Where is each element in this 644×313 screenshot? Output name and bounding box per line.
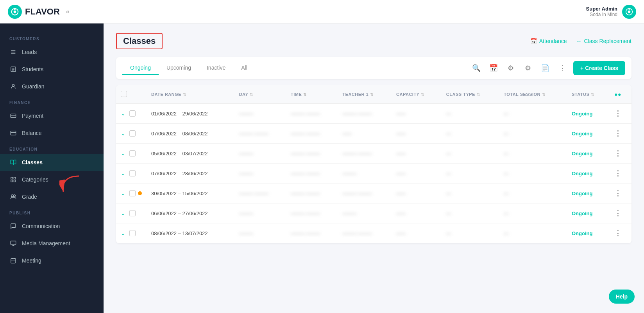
tab-inactive[interactable]: Inactive xyxy=(199,61,233,75)
create-class-button[interactable]: + Create Class xyxy=(573,61,625,75)
document-icon[interactable]: 📄 xyxy=(539,62,551,74)
tab-all[interactable]: All xyxy=(233,61,255,75)
sidebar-item-label-students: Students xyxy=(22,66,43,72)
th-status[interactable]: STATUS ⇅ xyxy=(567,85,610,104)
filter-icon[interactable]: ⚙ xyxy=(504,62,517,74)
row-menu-2[interactable]: ⋮ xyxy=(614,149,621,157)
th-total-session[interactable]: TOTAL SESSION ⇅ xyxy=(499,85,567,104)
search-icon[interactable]: 🔍 xyxy=(470,62,483,74)
td-teacher1-1: —— xyxy=(338,124,392,144)
expand-icon-6[interactable]: ⌄ xyxy=(121,230,125,236)
sidebar-item-students[interactable]: Students xyxy=(0,61,104,78)
td-actions-2[interactable]: ⋮ xyxy=(610,144,631,164)
sidebar-item-guardian[interactable]: Guardian xyxy=(0,78,104,95)
row-checkbox-4[interactable] xyxy=(129,190,136,196)
td-total-session-5: — xyxy=(499,203,567,223)
tab-ongoing[interactable]: Ongoing xyxy=(122,61,159,75)
row-menu-3[interactable]: ⋮ xyxy=(614,169,621,177)
row-checkbox-2[interactable] xyxy=(129,150,136,156)
user-info: Super Admin Soda In Mind xyxy=(586,5,636,19)
row-checkbox-0[interactable] xyxy=(129,110,136,117)
td-actions-6[interactable]: ⋮ xyxy=(610,223,631,243)
td-day-1: ——— ——— xyxy=(234,124,286,144)
table-row: ⌄ 05/06/2022 – 03/07/2022 ——— ——— ——— ——… xyxy=(116,144,631,164)
td-expand-5: ⌄ xyxy=(116,203,147,223)
row-menu-6[interactable]: ⋮ xyxy=(614,229,621,237)
row-checkbox-6[interactable] xyxy=(129,230,136,236)
attendance-link[interactable]: 📅 Attendance xyxy=(530,38,567,44)
th-time[interactable]: TIME ⇅ xyxy=(286,85,338,104)
td-actions-5[interactable]: ⋮ xyxy=(610,203,631,223)
td-actions-1[interactable]: ⋮ xyxy=(610,124,631,144)
row-menu-4[interactable]: ⋮ xyxy=(614,189,621,197)
td-expand-4: ⌄ xyxy=(116,183,147,203)
td-class-type-0: — xyxy=(442,104,499,124)
svg-rect-17 xyxy=(11,180,13,182)
sidebar-item-leads[interactable]: Leads xyxy=(0,43,104,61)
expand-icon-2[interactable]: ⌄ xyxy=(121,150,125,156)
sidebar-item-meeting[interactable]: Meeting xyxy=(0,252,104,269)
td-capacity-5: —— xyxy=(392,203,442,223)
td-status-1: Ongoing xyxy=(567,124,610,144)
expand-icon-4[interactable]: ⌄ xyxy=(121,190,125,196)
sidebar-section-customers: CUSTOMERS xyxy=(0,31,104,43)
row-menu-0[interactable]: ⋮ xyxy=(614,110,621,117)
row-menu-5[interactable]: ⋮ xyxy=(614,209,621,217)
expand-icon-1[interactable]: ⌄ xyxy=(121,130,125,137)
sort-arrows: ⇅ xyxy=(477,92,480,97)
class-replacement-link[interactable]: ↔ Class Replacement xyxy=(576,38,631,44)
sidebar-item-balance[interactable]: Balance xyxy=(0,124,104,142)
td-teacher1-2: ——— ——— xyxy=(338,144,392,164)
table-row: ⌄ 01/06/2022 – 29/06/2022 ——— ——— ——— ——… xyxy=(116,104,631,124)
td-time-3: ——— ——— xyxy=(286,164,338,183)
td-actions-4[interactable]: ⋮ xyxy=(610,183,631,203)
sidebar-item-grade[interactable]: Grade xyxy=(0,188,104,205)
row-menu-1[interactable]: ⋮ xyxy=(614,130,621,137)
td-actions-0[interactable]: ⋮ xyxy=(610,104,631,124)
td-time-6: ——— ——— xyxy=(286,223,338,243)
more-icon[interactable]: ⋮ xyxy=(556,62,569,74)
sidebar-item-label-categories: Categories xyxy=(22,176,48,183)
td-teacher1-0: ——— ——— xyxy=(338,104,392,124)
td-date-range-4: 30/05/2022 – 15/06/2022 xyxy=(147,183,234,203)
td-status-5: Ongoing xyxy=(567,203,610,223)
help-button[interactable]: Help xyxy=(609,290,635,304)
logo-icon xyxy=(8,5,22,19)
svg-rect-16 xyxy=(14,177,16,179)
expand-icon-3[interactable]: ⌄ xyxy=(121,170,125,176)
td-class-type-2: — xyxy=(442,144,499,164)
td-capacity-1: —— xyxy=(392,124,442,144)
svg-point-4 xyxy=(628,10,631,13)
td-actions-3[interactable]: ⋮ xyxy=(610,164,631,183)
sidebar-item-payment[interactable]: Payment xyxy=(0,107,104,124)
sidebar-item-label-media-management: Media Management xyxy=(22,240,70,246)
td-capacity-6: —— xyxy=(392,223,442,243)
th-teacher1[interactable]: TEACHER 1 ⇅ xyxy=(338,85,392,104)
collapse-icon[interactable]: « xyxy=(66,8,70,15)
row-checkbox-3[interactable] xyxy=(129,170,136,176)
expand-icon-5[interactable]: ⌄ xyxy=(121,210,125,216)
row-checkbox-1[interactable] xyxy=(129,130,136,137)
settings-icon[interactable]: ⚙ xyxy=(522,62,534,74)
th-capacity[interactable]: CAPACITY ⇅ xyxy=(392,85,442,104)
media-management-icon xyxy=(9,239,17,247)
sidebar-item-label-meeting: Meeting xyxy=(22,257,41,264)
select-all-checkbox[interactable] xyxy=(121,91,127,97)
categories-icon xyxy=(9,176,17,183)
expand-icon-0[interactable]: ⌄ xyxy=(121,110,125,117)
calendar-icon[interactable]: 📅 xyxy=(487,62,500,74)
sidebar-item-media-management[interactable]: Media Management xyxy=(0,235,104,252)
td-time-1: ——— ——— xyxy=(286,124,338,144)
th-date-range[interactable]: DATE RANGE ⇅ xyxy=(147,85,234,104)
sidebar: CUSTOMERS Leads Students Guardian FINANC… xyxy=(0,23,104,313)
row-checkbox-5[interactable] xyxy=(129,210,136,216)
sidebar-item-categories[interactable]: Categories xyxy=(0,171,104,188)
td-status-4: Ongoing xyxy=(567,183,610,203)
sidebar-item-communication[interactable]: Communication xyxy=(0,218,104,235)
td-expand-2: ⌄ xyxy=(116,144,147,164)
td-total-session-2: — xyxy=(499,144,567,164)
sidebar-item-classes[interactable]: Classes xyxy=(0,154,104,171)
tab-upcoming[interactable]: Upcoming xyxy=(159,61,199,75)
th-class-type[interactable]: CLASS TYPE ⇅ xyxy=(442,85,499,104)
th-day[interactable]: DAY ⇅ xyxy=(234,85,286,104)
